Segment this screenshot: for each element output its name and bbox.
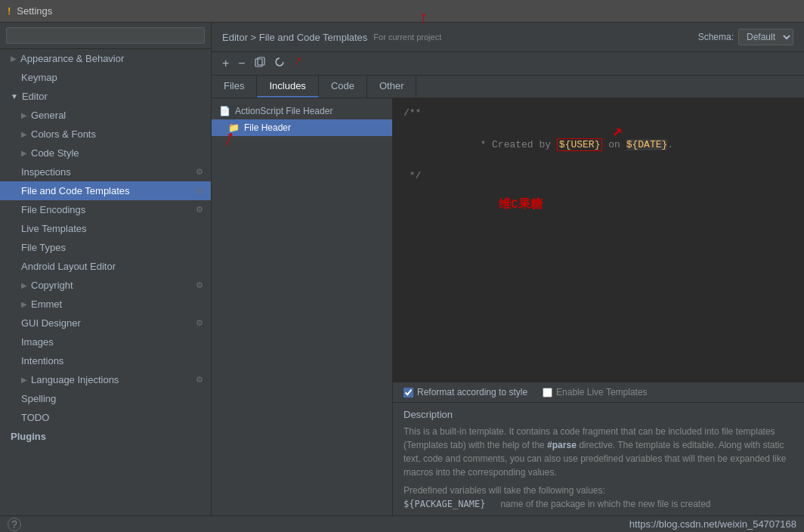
arrow-icon: ▶ (21, 111, 27, 119)
description-title: Description (404, 409, 793, 420)
code-editor[interactable]: /** * Created by ${USER} on ${DATE}. */ … (393, 98, 804, 382)
sidebar-nav: ▶ Appearance & Behavior Keymap ▼ Editor … (0, 49, 211, 515)
status-url: https://blog.csdn.net/weixin_54707168 (629, 518, 796, 530)
option-reformat[interactable]: Reformat according to style (404, 387, 527, 397)
sidebar-item-label: Live Templates (21, 223, 86, 234)
restore-button[interactable] (271, 55, 288, 72)
app-icon: ! (8, 5, 11, 17)
sidebar-item-label: Spelling (21, 393, 56, 404)
help-button[interactable]: ? (8, 518, 21, 531)
sidebar: ▶ Appearance & Behavior Keymap ▼ Editor … (0, 23, 212, 515)
description-body: This is a built-in template. It contains… (404, 425, 793, 479)
sidebar-item-label: Images (21, 336, 54, 348)
tab-bar: Files Includes Code Other (212, 76, 804, 98)
schema-select[interactable]: Default (738, 29, 793, 45)
sidebar-item-label: Intentions (21, 355, 63, 367)
code-comment-dot: . (667, 139, 673, 150)
var-row: ${PACKAGE_NAME} name of the package in w… (404, 499, 793, 509)
sidebar-item-label: Android Layout Editor (21, 261, 116, 272)
tab-other[interactable]: Other (367, 76, 417, 97)
toolbar: + − ↑ (212, 52, 804, 76)
restore-icon (274, 57, 285, 67)
code-line-1: /** (404, 106, 793, 122)
right-panel: Editor > File and Code Templates For cur… (212, 23, 804, 515)
sidebar-item-label: Colors & Fonts (31, 128, 96, 140)
copy-icon (255, 57, 265, 67)
sidebar-item-label: TODO (21, 412, 49, 423)
arrow-expanded-icon: ▼ (11, 92, 18, 101)
sidebar-item-emmet[interactable]: ▶ Emmet (0, 295, 211, 314)
var-desc: name of the package in which the new fil… (500, 499, 710, 509)
arrow-icon: ▶ (21, 149, 27, 157)
tab-code[interactable]: Code (319, 76, 367, 97)
sidebar-item-file-encodings[interactable]: File Encodings ⚙ (0, 200, 211, 219)
settings-page-icon: ⚙ (196, 167, 203, 177)
search-input[interactable] (6, 27, 205, 44)
sidebar-item-editor[interactable]: ▼ Editor (0, 87, 211, 106)
code-line-2: * Created by ${USER} on ${DATE}. (404, 122, 793, 169)
live-templates-checkbox[interactable] (543, 388, 552, 397)
option-live-templates[interactable]: Enable Live Templates (543, 387, 648, 397)
settings-page-icon: ⚙ (196, 280, 203, 290)
schema-label: Schema: (698, 32, 734, 42)
tab-includes[interactable]: Includes (257, 76, 318, 97)
template-list: 📄 ActionScript File Header 📁 File Header… (212, 98, 393, 515)
sidebar-item-colors-fonts[interactable]: ▶ Colors & Fonts (0, 125, 211, 144)
sidebar-item-general[interactable]: ▶ General (0, 106, 211, 125)
reformat-checkbox[interactable] (404, 388, 413, 397)
remove-button[interactable]: − (235, 55, 248, 72)
breadcrumb-path: Editor > File and Code Templates (222, 32, 367, 43)
sidebar-item-label: File Encodings (21, 204, 85, 215)
settings-page-icon: ⚙ (196, 205, 203, 215)
status-bar: ? https://blog.csdn.net/weixin_54707168 (0, 515, 804, 532)
sidebar-item-label: Emmet (31, 298, 62, 310)
content-area: 📄 ActionScript File Header 📁 File Header… (212, 98, 804, 515)
add-button[interactable]: + (219, 55, 232, 72)
sidebar-item-file-code-templates[interactable]: File and Code Templates ⚙ (0, 181, 211, 200)
tab-files[interactable]: Files (212, 76, 257, 97)
sidebar-item-label: Inspections (21, 166, 71, 178)
arrow-annotation-user-var: ↗ (612, 121, 622, 141)
project-label: For current project (373, 32, 441, 42)
code-user-var: ${USER} (557, 138, 603, 151)
search-box[interactable] (0, 23, 211, 49)
sidebar-item-label: General (31, 110, 66, 121)
sidebar-item-spelling[interactable]: Spelling (0, 389, 211, 408)
sidebar-item-label: Code Style (31, 147, 79, 159)
sidebar-item-copyright[interactable]: ▶ Copyright ⚙ (0, 276, 211, 295)
description-area: Description This is a built-in template.… (393, 403, 804, 515)
sidebar-item-label: Plugins (11, 431, 46, 442)
watermark-text: 维C果糖 (499, 196, 543, 212)
sidebar-item-label: Keymap (21, 72, 57, 83)
sidebar-item-label: File Types (21, 242, 66, 253)
sidebar-item-label: Copyright (31, 280, 73, 291)
schema-section: Schema: Default (698, 29, 793, 45)
sidebar-item-label: Language Injections (31, 374, 119, 385)
settings-page-icon: ⚙ (196, 375, 203, 385)
settings-page-icon: ⚙ (196, 318, 203, 328)
sidebar-item-intentions[interactable]: Intentions (0, 351, 211, 370)
live-templates-label: Enable Live Templates (556, 387, 648, 397)
arrow-icon: ▶ (21, 376, 27, 384)
main-layout: ▶ Appearance & Behavior Keymap ▼ Editor … (0, 23, 804, 515)
sidebar-item-appearance[interactable]: ▶ Appearance & Behavior (0, 49, 211, 68)
sidebar-item-gui-designer[interactable]: GUI Designer ⚙ (0, 314, 211, 332)
sidebar-item-inspections[interactable]: Inspections ⚙ (0, 162, 211, 181)
copy-button[interactable] (252, 55, 268, 72)
sidebar-item-images[interactable]: Images (0, 332, 211, 351)
sidebar-item-plugins[interactable]: Plugins (0, 427, 211, 446)
window-title: Settings (17, 5, 52, 17)
sidebar-item-code-style[interactable]: ▶ Code Style (0, 144, 211, 162)
sidebar-item-language-injections[interactable]: ▶ Language Injections ⚙ (0, 370, 211, 389)
sidebar-item-live-templates[interactable]: Live Templates (0, 219, 211, 238)
settings-page-icon: ⚙ (196, 186, 203, 196)
code-comment-prefix: * Created by (475, 139, 557, 150)
titlebar: ! Settings (0, 0, 804, 23)
sidebar-item-android-layout[interactable]: Android Layout Editor (0, 257, 211, 276)
vars-title: Predefined variables will take the follo… (404, 485, 793, 496)
sidebar-item-keymap[interactable]: Keymap (0, 68, 211, 87)
arrow-icon: ▶ (21, 281, 27, 289)
sidebar-item-todo[interactable]: TODO (0, 408, 211, 427)
description-vars: Predefined variables will take the follo… (404, 485, 793, 509)
sidebar-item-file-types[interactable]: File Types (0, 238, 211, 257)
